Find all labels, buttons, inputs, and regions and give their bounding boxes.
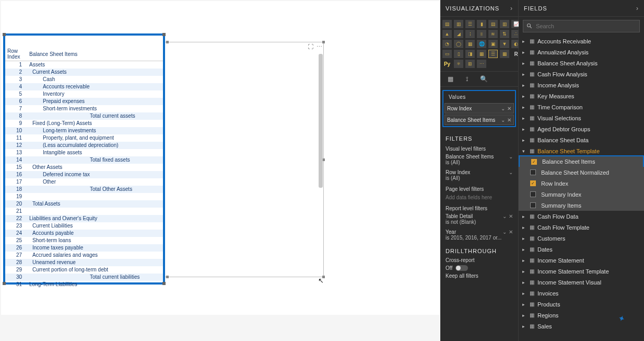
expand-caret-icon[interactable]: ▸ (521, 83, 526, 88)
table-row[interactable]: 1Assets (5, 61, 163, 69)
fields-table-row[interactable]: ▸▦Income Statement Visual (519, 277, 644, 288)
decomp-tree-icon[interactable]: ⊞ (465, 60, 475, 68)
100stacked-bar-icon[interactable]: ▤ (488, 20, 498, 28)
value-field-pill[interactable]: Row Index⌄✕ (444, 103, 514, 113)
analytics-tab-icon[interactable]: 🔍 (479, 75, 488, 83)
expand-caret-icon[interactable]: ▸ (521, 127, 526, 132)
table-row[interactable]: 21 (5, 208, 163, 215)
table-row[interactable]: 20Total Assets (5, 200, 163, 208)
fields-column-row[interactable]: Row Index (519, 178, 644, 189)
multi-card-icon[interactable]: ▯ (454, 50, 463, 58)
table-row[interactable]: 17Other (5, 178, 163, 186)
table-row[interactable]: 18Total Other Assets (5, 186, 163, 193)
expand-caret-icon[interactable]: ▸ (521, 247, 526, 252)
donut-icon[interactable]: ◯ (454, 40, 463, 48)
value-field-pill[interactable]: Balance Sheet Items⌄✕ (444, 115, 514, 125)
expand-caret-icon[interactable]: ▸ (521, 105, 526, 110)
fields-table-row[interactable]: ▸▦Cash Flow Data (519, 211, 644, 222)
remove-field-icon[interactable]: ✕ (507, 106, 511, 111)
fields-table-row[interactable]: ▸▦Annualized Analysis (519, 47, 644, 58)
key-influencers-icon[interactable]: ⚛ (454, 60, 463, 68)
remove-filter-icon[interactable]: ✕ (509, 213, 513, 219)
expand-caret-icon[interactable]: ▸ (521, 225, 526, 230)
table-row[interactable]: 7Short-term investments (5, 105, 163, 112)
fields-table-row[interactable]: ▸▦Dates (519, 244, 644, 255)
kpi-icon[interactable]: ◨ (465, 50, 475, 58)
fields-tab-icon[interactable]: ▦ (446, 75, 455, 83)
table-row[interactable]: 24Accounts payable (5, 230, 163, 237)
fields-table-row[interactable]: ▸▦Visual Selections (519, 112, 644, 123)
fields-table-row[interactable]: ▸▦Balance Sheet Analysis (519, 58, 644, 69)
fields-header[interactable]: FIELDS › (519, 0, 644, 17)
table-row[interactable]: 11Property, plant, and equipment (5, 134, 163, 142)
expand-caret-icon[interactable]: ▸ (521, 324, 526, 329)
fields-table-row[interactable]: ▸▦Products (519, 299, 644, 310)
remove-field-icon[interactable]: ✕ (507, 117, 511, 123)
treemap-icon[interactable]: ▦ (465, 40, 475, 48)
fields-table-row[interactable]: ▸▦Cash Flow Analysis (519, 69, 644, 79)
stacked-area-icon[interactable]: ◢ (454, 30, 463, 38)
collapse-viz-icon[interactable]: › (510, 5, 513, 12)
clustered-column-icon[interactable]: ▮ (477, 20, 486, 28)
table-row[interactable]: 15Other Assets (5, 164, 163, 171)
balance-sheet-table-visual[interactable]: Row Index Balance Sheet Items 1Assets2Cu… (3, 33, 165, 285)
expand-caret-icon[interactable]: ▸ (521, 50, 526, 55)
table-row[interactable]: 12(Less accumulated depreciation) (5, 142, 163, 149)
card-icon[interactable]: ▭ (442, 50, 452, 58)
matrix-icon[interactable]: ▦ (500, 50, 509, 58)
fields-table-row[interactable]: ▸▦Income Analysis (519, 79, 644, 90)
remove-filter-icon[interactable]: ✕ (509, 229, 513, 235)
expand-caret-icon[interactable]: ▸ (521, 61, 526, 66)
table-visual-icon[interactable]: ☰ (488, 50, 498, 58)
fields-table-row[interactable]: ▸▦Accounts Receivable (519, 36, 644, 47)
col-row-index[interactable]: Row Index (5, 47, 27, 61)
table-row[interactable]: 9Fixed (Long-Term) Assets (5, 120, 163, 127)
expand-caret-icon[interactable]: ▸ (521, 214, 526, 219)
chevron-down-icon[interactable]: ⌄ (509, 169, 513, 175)
ribbon-icon[interactable]: ≋ (488, 30, 498, 38)
table-row[interactable]: 25Short-term loans (5, 237, 163, 244)
expand-caret-icon[interactable]: ▸ (521, 116, 526, 121)
table-row[interactable]: 6Prepaid expenses (5, 98, 163, 105)
fields-table-row[interactable]: ▸▦Customers (519, 233, 644, 244)
report-filter-card[interactable]: Year⌄✕is 2015, 2016, 2017 or... (440, 228, 518, 244)
fields-table-row[interactable]: ▾▦Balance Sheet Template (519, 145, 644, 156)
cross-report-toggle[interactable] (455, 265, 468, 271)
clustered-bar-icon[interactable]: ☰ (465, 20, 475, 28)
table-row[interactable]: 27Accrued salaries and wages (5, 252, 163, 259)
focus-mode-icon[interactable]: ⛶ (308, 43, 313, 50)
map-icon[interactable]: 🌐 (477, 40, 486, 48)
table-row[interactable]: 26Income taxes payable (5, 244, 163, 252)
fields-table-row[interactable]: ▸▦Time Comparison (519, 101, 644, 112)
pie-icon[interactable]: ◔ (442, 40, 452, 48)
fields-search[interactable] (523, 20, 640, 32)
table-row[interactable]: 5Inventory (5, 90, 163, 98)
expand-caret-icon[interactable]: ▸ (521, 39, 526, 44)
slicer-icon[interactable]: ▦ (477, 50, 486, 58)
table-row[interactable]: 3Cash (5, 76, 163, 83)
table-row[interactable]: 2Current Assets (5, 69, 163, 76)
collapse-fields-icon[interactable]: › (636, 5, 639, 12)
visualizations-header[interactable]: VISUALIZATIONS › (440, 0, 518, 17)
table-row[interactable]: 8Total current assets (5, 112, 163, 120)
line-clustered-icon[interactable]: ⫴ (477, 30, 486, 38)
fields-column-row[interactable]: Summary Index (519, 189, 644, 200)
table-row[interactable]: 10Long-term investments (5, 127, 163, 134)
table-row[interactable]: 29Current portion of long-term debt (5, 266, 163, 274)
table-row[interactable]: 31Long-Term Liabilities (5, 281, 163, 288)
chevron-down-icon[interactable]: ⌄ (502, 213, 507, 219)
report-canvas[interactable]: ⛶ ⋯ Row Index Balance Sheet Items 1Asset… (0, 0, 440, 341)
table-row[interactable]: 23Current Liabilities (5, 222, 163, 230)
more-options-icon[interactable]: ⋯ (317, 43, 322, 50)
expand-caret-icon[interactable]: ▾ (521, 149, 526, 154)
chevron-down-icon[interactable]: ⌄ (502, 229, 507, 235)
table-row[interactable]: 13Intangible assets (5, 149, 163, 156)
filled-map-icon[interactable]: ▣ (488, 40, 498, 48)
stacked-bar-icon[interactable]: ▤ (442, 20, 452, 28)
fields-search-input[interactable] (536, 23, 636, 29)
page-filters-placeholder[interactable]: Add data fields here (440, 193, 518, 203)
field-checkbox[interactable] (530, 202, 536, 208)
expand-caret-icon[interactable]: ▸ (521, 291, 526, 296)
funnel-icon[interactable]: ▼ (500, 40, 509, 48)
field-checkbox[interactable] (531, 159, 537, 165)
